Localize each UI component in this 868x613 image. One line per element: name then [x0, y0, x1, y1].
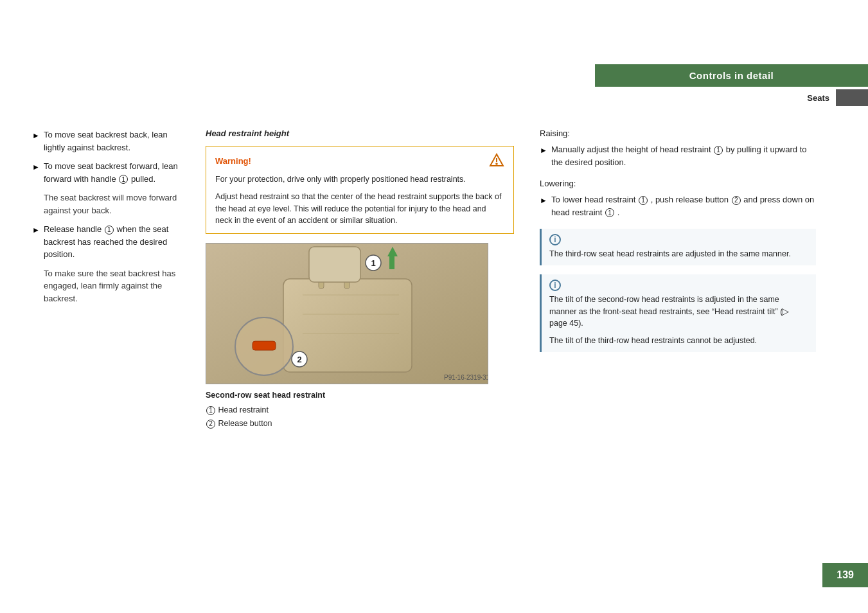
- raising-text: Manually adjust the height of head restr…: [551, 143, 816, 168]
- list-item: ► Release handle 1 when the seat backres…: [32, 223, 186, 261]
- lowering-text: To lower head restraint 1 , push release…: [551, 193, 816, 218]
- circle-1b: 1: [105, 226, 114, 235]
- legend-text-2: Release button: [218, 419, 272, 428]
- warning-box: Warning! For your protection, drive only…: [206, 146, 514, 234]
- warning-label: Warning!: [215, 156, 251, 166]
- photo-simulation: 1 2 P91·16-2319·31: [206, 244, 488, 384]
- list-item: ► To move seat backrest back, lean light…: [32, 129, 186, 154]
- controls-label: Controls in detail: [595, 64, 868, 87]
- warning-triangle-icon: [489, 153, 504, 168]
- warning-header: Warning!: [215, 153, 504, 168]
- sub-text-2: To make sure the seat backrest has engag…: [32, 267, 186, 305]
- middle-column: Head restraint height Warning! For your …: [206, 129, 514, 431]
- seat-illustration: 1 2 P91·16-2319·31: [206, 244, 488, 384]
- text-part2: pulled.: [131, 174, 155, 184]
- lowering-label: Lowering:: [540, 179, 816, 188]
- info-circle-icon-2: i: [549, 280, 561, 291]
- lowering-text-cont: , push release button: [651, 195, 729, 204]
- section-title: Head restraint height: [206, 129, 514, 138]
- arrow-icon: ►: [32, 224, 40, 236]
- info-text-1: The third-row seat head restraints are a…: [549, 248, 808, 260]
- legend-items: 1 Head restraint 2 Release button: [206, 404, 514, 431]
- text-part: Release handle: [44, 224, 102, 234]
- header-block: Controls in detail Seats: [595, 64, 868, 109]
- lowering-circle-1b: 1: [605, 208, 614, 217]
- legend-item-2: 2 Release button: [206, 417, 514, 431]
- arrow-icon: ►: [32, 161, 40, 173]
- legend-item-1: 1 Head restraint: [206, 404, 514, 417]
- bullet-text-2: To move seat backrest forward, lean forw…: [44, 160, 186, 185]
- arrow-icon: ►: [540, 195, 547, 206]
- lowering-text-final: .: [617, 208, 620, 217]
- seats-label: Seats: [807, 93, 836, 103]
- svg-rect-15: [252, 341, 276, 350]
- right-column: Raising: ► Manually adjust the height of…: [540, 129, 816, 361]
- info-text-2a: The tilt of the second-row head restrain…: [549, 294, 808, 330]
- bullet-text-1: To move seat backrest back, lean lightly…: [44, 129, 186, 154]
- text-part: To move seat backrest forward, lean forw…: [44, 161, 178, 184]
- raising-bullet: ► Manually adjust the height of head res…: [540, 143, 816, 168]
- lowering-bullet: ► To lower head restraint 1 , push relea…: [540, 193, 816, 218]
- info-circle-icon: i: [549, 234, 561, 245]
- warning-text-1: For your protection, drive only with pro…: [215, 173, 504, 186]
- info-icon-1: i: [549, 234, 808, 248]
- left-column: ► To move seat backrest back, lean light…: [32, 129, 186, 311]
- sub-text-1: The seat backrest will move forward agai…: [32, 191, 186, 217]
- lowering-circle-2: 2: [732, 196, 741, 205]
- lowering-text-part: To lower head restraint: [551, 195, 636, 204]
- seats-bar: Seats: [595, 87, 868, 109]
- image-caption: Second-row seat head restraint: [206, 391, 514, 400]
- info-icon-2: i: [549, 280, 808, 294]
- svg-text:P91·16-2319·31: P91·16-2319·31: [444, 374, 488, 381]
- warning-text-2: Adjust head restraint so that the center…: [215, 191, 504, 227]
- svg-rect-6: [309, 247, 360, 282]
- info-text-2b: The tilt of the third-row head restraint…: [549, 335, 808, 347]
- raising-label: Raising:: [540, 129, 816, 138]
- lowering-circle-1: 1: [639, 196, 648, 205]
- raising-circle-1: 1: [714, 146, 723, 155]
- raising-text-part: Manually adjust the height of head restr…: [551, 145, 711, 154]
- svg-rect-10: [389, 256, 394, 269]
- info-box-2: i The tilt of the second-row head restra…: [540, 274, 816, 352]
- seats-tab-decoration: [836, 89, 868, 106]
- circle-1: 1: [119, 175, 128, 184]
- bullet-text-3: Release handle 1 when the seat backrest …: [44, 223, 186, 261]
- svg-text:1: 1: [371, 258, 375, 268]
- svg-text:2: 2: [297, 355, 301, 364]
- svg-point-1: [496, 163, 497, 164]
- arrow-icon: ►: [540, 145, 547, 156]
- page-number: 139: [822, 563, 868, 587]
- seat-image: 1 2 P91·16-2319·31: [206, 243, 488, 384]
- list-item: ► To move seat backrest forward, lean fo…: [32, 160, 186, 185]
- legend-text-1: Head restraint: [218, 405, 269, 414]
- info-box-1: i The third-row seat head restraints are…: [540, 229, 816, 265]
- legend-circle-1: 1: [206, 406, 215, 415]
- legend-circle-2: 2: [206, 420, 215, 429]
- arrow-icon: ►: [32, 130, 40, 141]
